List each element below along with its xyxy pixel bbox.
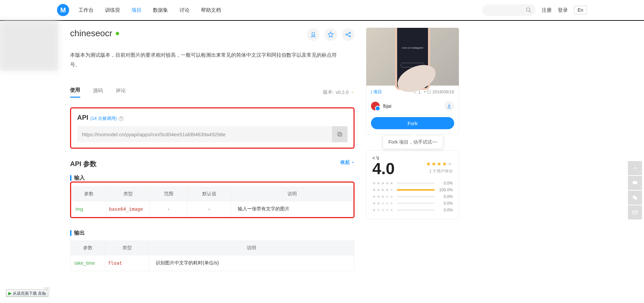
svg-line-1 (529, 11, 531, 12)
share-icon (345, 31, 352, 38)
rating-row: ★★★★★0.0% (372, 201, 453, 206)
badge-icon (310, 31, 317, 38)
copy-button[interactable] (332, 126, 347, 142)
nav-project[interactable]: 项目 (131, 7, 142, 13)
share-button[interactable] (342, 28, 355, 41)
th-param: 参数 (71, 187, 106, 201)
api-title: API (77, 114, 88, 121)
rating-users: 1 个用户评分 (426, 168, 453, 174)
table-row: take_time float 识别图片中文字的耗时(单位/s) (70, 255, 355, 271)
copy-icon (337, 131, 343, 137)
mail-button[interactable] (628, 205, 642, 219)
rating-row: ★★★★★100.0% (372, 188, 453, 192)
lang-button[interactable]: En (574, 6, 587, 14)
rating-score: 4.0 (372, 161, 395, 177)
svg-line-7 (347, 35, 350, 36)
svg-point-12 (635, 197, 637, 200)
wechat-icon (632, 195, 638, 201)
input-table: 参数 类型 范围 默认值 说明 img base64_image - - 输入一… (71, 187, 354, 217)
tab-use[interactable]: 使用 (70, 87, 80, 98)
project-title: chineseocr (70, 28, 119, 39)
svg-point-0 (526, 8, 530, 11)
tab-comments[interactable]: 评论 (116, 88, 126, 97)
fork-tooltip: Fork 项目，动手试试~~ (383, 136, 443, 149)
login-link[interactable]: 登录 (558, 7, 568, 13)
status-dot-icon (116, 32, 119, 35)
collapse-button[interactable]: 收起 (340, 159, 355, 165)
th-desc: 说明 (149, 241, 355, 255)
tabs: 使用 源码 评论 版本: v0.2.0 (70, 87, 355, 98)
version-value: v0.2.0 (336, 90, 348, 95)
version-selector[interactable]: 版本: v0.2.0 (323, 89, 355, 95)
version-label: 版本: (323, 89, 334, 95)
wechat-button[interactable] (628, 191, 642, 205)
rating-stars: ★★★★★ (426, 161, 453, 167)
th-default: 默认值 (187, 187, 231, 201)
project-title-text: chineseocr (70, 28, 112, 39)
fork-button[interactable]: Fork (371, 117, 454, 129)
badge-button[interactable] (307, 28, 320, 41)
nav-dataset[interactable]: 数据集 (153, 7, 168, 13)
output-section-title: 输出 (70, 230, 355, 237)
scroll-top-button[interactable] (628, 161, 642, 175)
logo[interactable]: M (57, 4, 69, 16)
star-button[interactable] (324, 28, 337, 41)
th-desc: 说明 (231, 187, 354, 201)
nav-workbench[interactable]: 工作台 (78, 7, 94, 13)
search-input[interactable] (482, 4, 536, 16)
svg-rect-8 (339, 133, 342, 136)
chevron-up-icon (632, 165, 638, 171)
project-tag: | 项目 (371, 89, 382, 95)
tab-source[interactable]: 源码 (93, 88, 103, 97)
project-description: 本版本为测试版本，目前对图片的要求相对较高，一般可以检测出来常见的简体中文汉字和… (70, 50, 345, 69)
chat-icon (632, 180, 638, 186)
register-link[interactable]: 注册 (542, 7, 552, 13)
rating-row: ★★★★★0.0% (372, 194, 453, 199)
svg-rect-10 (633, 181, 637, 184)
star-icon (327, 31, 334, 38)
avatar[interactable] (371, 102, 380, 110)
th-type: 类型 (105, 241, 149, 255)
search-icon (526, 7, 532, 13)
author-name[interactable]: lbjai (383, 103, 391, 109)
chevron-down-icon (351, 90, 355, 94)
project-card: Live on Instagram | 项目 ☆ 1 • ⓘ 2019/08/1… (366, 28, 459, 134)
chevron-up-icon (351, 161, 355, 164)
top-nav: M 工作台 训练营 项目 数据集 讨论 帮助文档 注册 登录 En (0, 0, 644, 21)
api-url: https://momodel.cn/pyapi/apps/run/5cd04e… (82, 132, 332, 137)
project-image: Live on Instagram (366, 28, 459, 86)
rating-row: ★★★★★0.0% (372, 181, 453, 186)
table-row: img base64_image - - 输入一张带有文字的图片 (71, 201, 354, 217)
nav-discuss[interactable]: 讨论 (179, 7, 190, 13)
api-params-title: API 参数 收起 (70, 159, 355, 168)
nav-help[interactable]: 帮助文档 (201, 7, 221, 13)
svg-rect-9 (338, 132, 341, 135)
nav-items: 工作台 训练营 项目 数据集 讨论 帮助文档 (78, 7, 221, 13)
date-text: • ⓘ 2019/08/16 (424, 89, 454, 95)
api-call-count: (14 次被调用) (90, 115, 117, 121)
th-type: 类型 (106, 187, 150, 201)
download-icon (446, 103, 452, 109)
th-range: 范围 (150, 187, 187, 201)
rating-card: < \t 4.0 ★★★★★ 1 个用户评分 ★★★★★0.0%★★★★★100… (366, 150, 459, 219)
output-table: 参数 类型 说明 take_time float 识别图片中文字的耗时(单位/s… (70, 241, 355, 271)
chat-button[interactable] (628, 176, 642, 190)
api-section: API (14 次被调用) ? https://momodel.cn/pyapi… (70, 107, 355, 149)
svg-point-2 (312, 32, 315, 35)
mail-icon (632, 209, 638, 215)
rating-row: ★★★★★0.0% (372, 208, 453, 212)
download-button[interactable] (444, 101, 454, 111)
help-icon[interactable]: ? (119, 116, 123, 121)
th-param: 参数 (70, 241, 105, 255)
svg-line-6 (347, 33, 350, 34)
nav-camp[interactable]: 训练营 (105, 7, 120, 13)
input-section-title: 输入 (70, 174, 355, 182)
float-buttons (628, 161, 642, 219)
